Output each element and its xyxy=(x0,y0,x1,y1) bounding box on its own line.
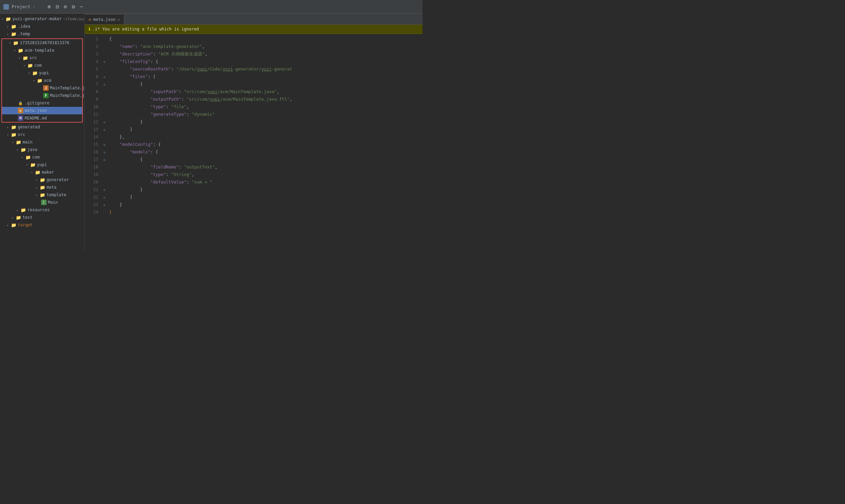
meta2-label: meta xyxy=(47,185,56,190)
sidebar-item-src1[interactable]: 📁 src xyxy=(2,54,82,62)
gutter-6: ◇ xyxy=(101,73,108,80)
layout-icon[interactable]: ⊟ xyxy=(55,3,59,10)
target-icon[interactable]: ⊕ xyxy=(48,3,51,10)
file-icon-gitignore: 🔒 xyxy=(18,100,23,106)
title-bar-left: Project xyxy=(3,4,37,10)
gutter-14 xyxy=(101,133,108,141)
folder-icon-com2: 📁 xyxy=(25,154,31,160)
tab-label-metajson: meta.json xyxy=(93,17,115,22)
tab-metajson[interactable]: ⚙ meta.json ✕ xyxy=(85,15,124,24)
code-lines[interactable]: { "name": "acm-template-generator", "des… xyxy=(108,34,422,252)
folder-icon-test: 📁 xyxy=(16,215,21,220)
file-icon-ftl: F xyxy=(43,93,49,98)
code-line-12: } xyxy=(108,118,422,126)
arrow-com2 xyxy=(21,155,25,159)
code-line-17: { xyxy=(108,156,422,163)
arrow-com1 xyxy=(23,64,27,67)
sidebar-item-idea[interactable]: 📁 .idea xyxy=(0,23,84,30)
settings-icon[interactable]: ⚙ xyxy=(72,3,75,10)
sidebar-item-root[interactable]: 📁 yuzi-generator-maker ~/Code/yuzi-gener… xyxy=(0,15,84,23)
gutter-2 xyxy=(101,43,108,50)
warning-text: .i* You are editing a file which is igno… xyxy=(92,27,199,32)
sidebar-item-acmtemplate[interactable]: 📁 acm-template xyxy=(2,47,82,54)
code-line-15: "modelConfig": { xyxy=(108,141,422,148)
yupi2-label: yupi xyxy=(37,162,47,167)
sidebar-item-src2[interactable]: 📁 src xyxy=(0,131,84,138)
ln-15: 15 xyxy=(87,141,98,148)
folder-icon-generator: 📁 xyxy=(40,177,45,182)
file-icon-json: ⚙ xyxy=(18,108,23,113)
sidebar-item-resources[interactable]: 📁 resources xyxy=(0,206,84,214)
code-line-24: } xyxy=(108,209,422,216)
code-line-9: "outputPath": "src/com/yupi/acm/MainTemp… xyxy=(108,96,422,103)
sidebar-item-temp[interactable]: 📁 .temp xyxy=(0,30,84,38)
arrow-temp xyxy=(7,32,11,36)
sidebar-item-target[interactable]: 📁 target xyxy=(0,221,84,229)
gutter-10 xyxy=(101,103,108,111)
sidebar-item-metajson[interactable]: ⚙ meta.json xyxy=(2,107,82,114)
sidebar-item-meta2[interactable]: 📁 meta xyxy=(0,184,84,191)
code-line-13: ] xyxy=(108,126,422,133)
toolbar-icons: ⊕ ⊟ ⊜ ⚙ − xyxy=(48,3,83,10)
code-line-3: "description": "ACM 示例模板生成器", xyxy=(108,50,422,58)
ln-1: 1 xyxy=(87,35,98,43)
arrow-test xyxy=(12,216,16,219)
arrow-acm1 xyxy=(33,79,37,83)
ln-11: 11 xyxy=(87,111,98,118)
readmemd-label: README.md xyxy=(25,116,47,121)
sidebar-item-template2[interactable]: 📁 template xyxy=(0,191,84,199)
project-dropdown-arrow[interactable] xyxy=(33,5,37,9)
sidebar-item-com2[interactable]: 📁 com xyxy=(0,153,84,161)
acm1-label: acm xyxy=(44,78,51,83)
sidebar-item-readmemd[interactable]: M README.md xyxy=(2,114,82,122)
code-line-2: "name": "acm-template-generator", xyxy=(108,43,422,50)
filter-icon[interactable]: ⊜ xyxy=(64,3,67,10)
sidebar-item-java[interactable]: 📁 java xyxy=(0,146,84,153)
template2-label: template xyxy=(47,192,66,197)
file-icon-java: J xyxy=(43,85,49,91)
code-line-23: } xyxy=(108,201,422,209)
file-icon-mainclass: C xyxy=(41,200,47,205)
sidebar-item-generator[interactable]: 📁 generator xyxy=(0,176,84,184)
ln-12: 12 xyxy=(87,118,98,126)
arrow-root xyxy=(1,17,5,21)
sidebar-item-main[interactable]: 📁 main xyxy=(0,138,84,146)
ln-14: 14 xyxy=(87,133,98,141)
arrow-generated xyxy=(7,125,11,129)
temp-label: .temp xyxy=(18,32,30,36)
line-numbers: 1 2 3 4 5 6 7 8 9 10 11 12 13 14 15 16 1… xyxy=(85,34,101,252)
folder-icon-acmtemplate: 📁 xyxy=(18,48,23,53)
sidebar-item-yupi1[interactable]: 📁 yupi xyxy=(2,69,82,77)
code-line-18: "fieldName": "outputText", xyxy=(108,163,422,171)
src2-label: src xyxy=(18,132,25,137)
editor-content[interactable]: 1 2 3 4 5 6 7 8 9 10 11 12 13 14 15 16 1… xyxy=(85,34,422,252)
ln-21: 21 xyxy=(87,186,98,193)
sidebar-item-acm1[interactable]: 📁 acm xyxy=(2,77,82,84)
folder-icon-template2: 📁 xyxy=(40,192,45,198)
sidebar-item-maker[interactable]: 📁 maker xyxy=(0,168,84,176)
sidebar-item-mainclass[interactable]: C Main xyxy=(0,199,84,206)
folder-icon-src1: 📁 xyxy=(23,55,28,61)
gutter-8 xyxy=(101,88,108,96)
minimize-icon[interactable]: − xyxy=(80,3,83,10)
src1-label: src xyxy=(29,55,37,60)
sidebar-item-tempid[interactable]: 📁 17352815246701813376 xyxy=(2,39,82,47)
ln-22: 22 xyxy=(87,193,98,201)
sidebar-item-maintemplatejava[interactable]: J MainTemplate.java xyxy=(2,84,82,92)
sidebar-item-yupi2[interactable]: 📁 yupi xyxy=(0,161,84,168)
folder-icon-generated: 📁 xyxy=(11,124,16,130)
arrow-main xyxy=(12,140,16,144)
java-label: java xyxy=(27,147,37,152)
editor-area: ⚙ meta.json ✕ ℹ .i* You are editing a fi… xyxy=(85,14,422,252)
gutter-3 xyxy=(101,50,108,58)
sidebar-item-test[interactable]: 📁 test xyxy=(0,214,84,221)
code-line-4: "fileConfig": { xyxy=(108,58,422,65)
folder-icon-temp: 📁 xyxy=(11,31,16,37)
gutter-15: ◇ xyxy=(101,141,108,148)
sidebar-item-generated[interactable]: 📁 generated xyxy=(0,123,84,131)
ln-7: 7 xyxy=(87,80,98,88)
sidebar-item-gitignore[interactable]: 🔒 .gitignore xyxy=(2,99,82,107)
tab-close-metajson[interactable]: ✕ xyxy=(117,17,120,22)
sidebar-item-maintemplatejavatl[interactable]: F MainTemplate.java.ftl xyxy=(2,92,82,99)
sidebar-item-com1[interactable]: 📁 com xyxy=(2,62,82,69)
